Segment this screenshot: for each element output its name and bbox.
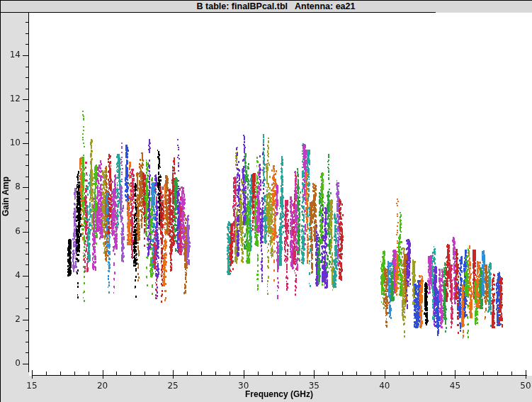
x-tick-label: 40 — [370, 381, 399, 391]
window-border-left — [0, 0, 1, 402]
y-tick-label: 14 — [0, 50, 21, 61]
y-tick-label: 2 — [0, 314, 21, 325]
window-border-top — [0, 0, 532, 1]
titlebar-underline — [0, 12, 436, 13]
x-tick-label: 50 — [511, 381, 532, 391]
x-tick-label: 30 — [230, 381, 258, 391]
titlebar: B table: finalBPcal.tbl Antenna: ea21 — [0, 0, 532, 12]
x-tick-label: 20 — [89, 381, 117, 391]
y-tick-label: 8 — [0, 182, 21, 193]
x-tick-label: 15 — [18, 381, 46, 391]
y-tick-label: 10 — [0, 138, 21, 149]
x-tick-label: 25 — [159, 381, 187, 391]
y-tick-label: 4 — [0, 270, 21, 281]
plot-canvas[interactable] — [0, 0, 532, 402]
x-tick-label: 45 — [441, 381, 469, 391]
x-tick-label: 35 — [300, 381, 328, 391]
plotcal-window: B table: finalBPcal.tbl Antenna: ea21 Ga… — [0, 0, 532, 402]
y-tick-label: 6 — [0, 226, 21, 238]
y-tick-label: 0 — [0, 358, 21, 369]
y-tick-label: 12 — [0, 94, 21, 105]
plot-title: B table: finalBPcal.tbl Antenna: ea21 — [0, 0, 532, 13]
